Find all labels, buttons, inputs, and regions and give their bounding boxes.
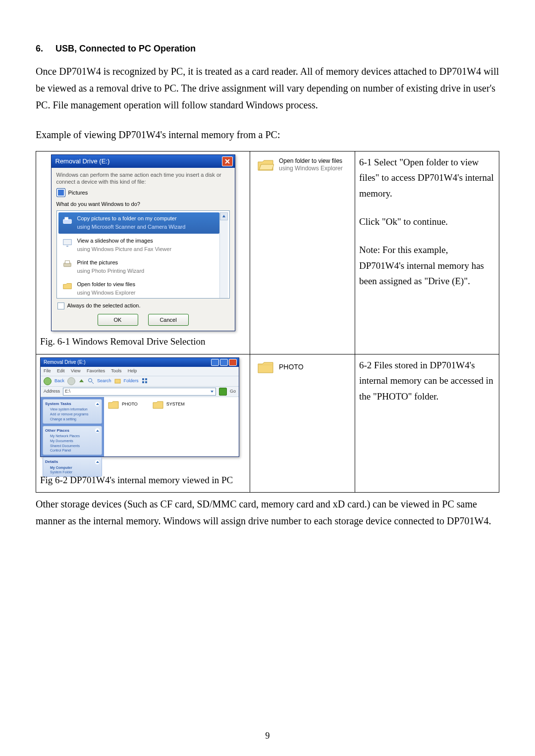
panel-item[interactable]: Add or remove programs: [45, 412, 100, 417]
action-title: Open folder to view files: [77, 280, 136, 289]
ok-button[interactable]: OK: [98, 314, 138, 326]
c2-r2-label: PHOTO: [279, 363, 304, 372]
action-view-slideshow[interactable]: View a slideshow of the images using Win…: [58, 235, 219, 255]
panel-item[interactable]: Change a setting: [45, 417, 100, 422]
list-scrollbar[interactable]: [219, 212, 228, 299]
fig-6-2-cell: Removal Drive (E:) File Edit View Favori…: [36, 354, 250, 492]
cancel-button[interactable]: Cancel: [148, 314, 189, 326]
panel-item[interactable]: View system information: [45, 407, 100, 412]
folders-label[interactable]: Folders: [124, 378, 139, 385]
close-icon: [225, 159, 230, 164]
close-button[interactable]: [229, 359, 237, 366]
folder-label: PHOTO: [122, 401, 138, 408]
svg-point-6: [89, 379, 92, 382]
step-6-2-text: 6-2 Files stored in DP701W4's internal m…: [355, 354, 499, 492]
views-icon[interactable]: [142, 378, 148, 384]
address-label: Address: [44, 388, 60, 395]
go-label: Go: [230, 388, 236, 395]
svg-rect-0: [63, 220, 71, 224]
always-do-row[interactable]: Always do the selected action.: [57, 302, 230, 310]
chevron-up-icon[interactable]: [95, 460, 100, 464]
folder-icon: [257, 360, 274, 374]
action-list: Copy pictures to a folder on my computer…: [56, 210, 230, 299]
scroll-up-icon[interactable]: [220, 212, 228, 220]
panel-item[interactable]: Shared Documents: [45, 444, 100, 449]
address-value: E:\: [65, 388, 70, 395]
back-button[interactable]: [44, 377, 52, 385]
panel-item[interactable]: My Network Places: [45, 434, 100, 439]
chevron-up-icon[interactable]: [95, 428, 100, 433]
scanner-icon: [61, 214, 73, 226]
printer-icon: [61, 258, 73, 270]
always-label: Always do the selected action.: [67, 302, 141, 310]
menu-file[interactable]: File: [44, 368, 51, 373]
svg-rect-2: [63, 239, 71, 245]
section-title: USB, Connected to PC Operation: [55, 44, 196, 53]
search-icon[interactable]: [88, 378, 94, 384]
svg-rect-10: [145, 378, 147, 380]
step-6-1-p3: Note: For this example, DP701W4's intern…: [359, 242, 495, 289]
address-field[interactable]: E:\: [63, 388, 216, 396]
checkbox[interactable]: [57, 302, 64, 309]
menu-favorites[interactable]: Favorites: [87, 368, 105, 373]
action-sub: using Photo Printing Wizard: [77, 267, 145, 275]
menu-help[interactable]: Help: [128, 368, 137, 373]
folders-icon[interactable]: [114, 378, 121, 384]
maximize-button[interactable]: [220, 359, 228, 366]
forward-button[interactable]: [67, 377, 75, 385]
action-copy-pictures[interactable]: Copy pictures to a folder on my computer…: [58, 212, 219, 233]
explorer-menubar[interactable]: File Edit View Favorites Tools Help: [41, 367, 239, 376]
action-sub: using Windows Explorer: [77, 289, 136, 297]
page-number: 9: [0, 729, 535, 743]
section-number: 6.: [36, 42, 43, 56]
content-folder-photo[interactable]: PHOTO: [108, 400, 138, 409]
action-print-pictures[interactable]: Print the pictures using Photo Printing …: [58, 256, 219, 277]
svg-rect-12: [145, 381, 147, 383]
explorer-window: Removal Drive (E:) File Edit View Favori…: [40, 357, 239, 457]
close-button[interactable]: [222, 156, 233, 166]
paragraph-outro: Other storage devices (Such as CF card, …: [36, 496, 499, 529]
menu-edit[interactable]: Edit: [57, 368, 65, 373]
folder-icon: [108, 400, 119, 409]
folder-label: SYSTEM: [166, 401, 185, 408]
chevron-down-icon[interactable]: [210, 390, 214, 394]
panel-title: Other Places: [45, 428, 69, 434]
explorer-sidebar: System Tasks View system information Add…: [41, 397, 104, 456]
panel-item[interactable]: Control Panel: [45, 448, 100, 453]
svg-rect-8: [115, 379, 120, 383]
section-heading: 6. USB, Connected to PC Operation: [36, 42, 499, 56]
dialog-prompt: What do you want Windows to do?: [56, 200, 230, 208]
content-folder-system[interactable]: SYSTEM: [153, 400, 185, 409]
panel-item[interactable]: My Documents: [45, 439, 100, 444]
explorer-toolbar: Back Search Folders: [41, 376, 239, 387]
step-6-1-text: 6-1 Select "Open folder to view files" t…: [355, 151, 499, 354]
up-icon[interactable]: [78, 378, 85, 384]
action-title: Print the pictures: [77, 258, 145, 267]
svg-rect-1: [64, 217, 68, 220]
search-label[interactable]: Search: [97, 378, 111, 385]
photo-folder-preview: PHOTO: [257, 360, 351, 374]
action-open-folder[interactable]: Open folder to view files using Windows …: [58, 278, 219, 299]
col2-row1: Open folder to view files using Windows …: [250, 151, 355, 354]
chevron-up-icon[interactable]: [95, 402, 100, 406]
dialog-subtext: Windows can perform the same action each…: [56, 172, 230, 186]
panel-item: My Computer: [45, 465, 100, 470]
go-button[interactable]: [219, 388, 227, 396]
panel-other-places: Other Places My Network Places My Docume…: [43, 426, 102, 455]
svg-rect-9: [142, 378, 144, 380]
menu-view[interactable]: View: [71, 368, 80, 373]
svg-rect-5: [65, 260, 69, 263]
ok-label: OK: [114, 316, 122, 324]
action-title: View a slideshow of the images: [77, 237, 172, 245]
c2-r1-line1: Open folder to view files: [279, 157, 343, 165]
step-6-2-p1: 6-2 Files stored in DP701W4's internal m…: [359, 357, 495, 404]
folder-open-icon: [257, 158, 274, 172]
fig-6-1-cell: Removal Drive (E:) Windows can perform t…: [36, 151, 250, 354]
fig62-caption: Fig 6-2 DP701W4's internal memory viewed…: [40, 473, 246, 487]
minimize-button[interactable]: [211, 359, 219, 366]
pictures-icon: [56, 188, 65, 197]
action-title: Copy pictures to a folder on my computer: [77, 214, 186, 223]
fig61-caption: Fig. 6-1 Windows Removal Drive Selection: [40, 334, 246, 349]
menu-tools[interactable]: Tools: [111, 368, 121, 373]
slideshow-icon: [61, 237, 73, 249]
